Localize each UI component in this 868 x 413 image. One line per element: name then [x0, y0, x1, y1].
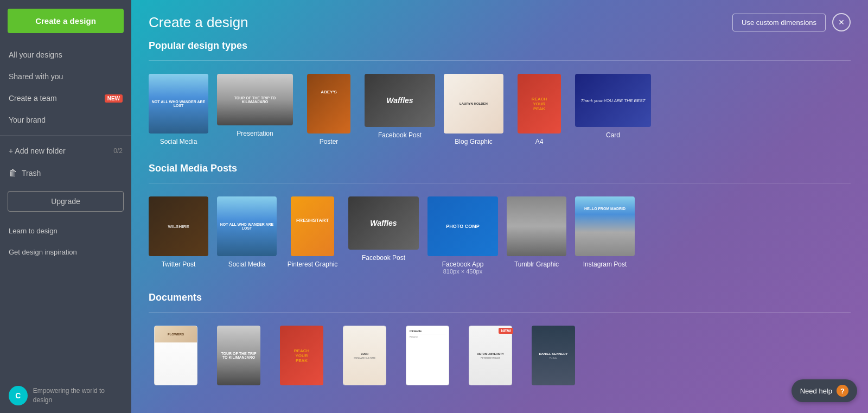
- facebook-post-label: Facebook Post: [378, 131, 422, 139]
- poster-thumb: [307, 74, 350, 134]
- doc6-thumb: HILTON UNIVERSITY PETER REYNOLDS: [469, 326, 512, 385]
- footer-text: Empowering the world to design: [33, 386, 123, 405]
- sidebar-item-trash[interactable]: 🗑 Trash: [0, 162, 131, 185]
- card-facebook-app[interactable]: Facebook App 810px × 450px: [427, 196, 498, 275]
- your-brand-label: Your brand: [9, 116, 46, 124]
- docs-grid: FLOWERS LUSH SKINCARE CULTURE: [149, 326, 851, 390]
- close-button[interactable]: ×: [832, 13, 851, 31]
- help-icon: ?: [837, 385, 848, 397]
- tumblr-thumb: [507, 196, 566, 256]
- card-facebook-post2[interactable]: Facebook Post: [348, 196, 419, 275]
- trash-label: Trash: [22, 169, 41, 177]
- sidebar-item-all-designs[interactable]: All your designs: [0, 44, 131, 66]
- header-right: Use custom dimensions ×: [732, 13, 851, 31]
- sidebar-item-inspiration[interactable]: Get design inspiration: [0, 242, 131, 263]
- doc3-thumb: [280, 326, 323, 385]
- card-card[interactable]: Card: [575, 74, 651, 145]
- card-social-media[interactable]: Social Media: [149, 74, 208, 145]
- learn-label: Learn to design: [9, 227, 58, 235]
- blog-graphic-thumb: [444, 74, 503, 134]
- sidebar-item-add-folder[interactable]: + Add new folder 0/2: [0, 140, 131, 162]
- doc1-thumb: FLOWERS: [154, 326, 197, 385]
- social-media2-thumb: [217, 196, 277, 256]
- card-pinterest[interactable]: Pinterest Graphic: [285, 196, 340, 275]
- custom-dimensions-button[interactable]: Use custom dimensions: [732, 14, 826, 31]
- card-tumblr[interactable]: Tumblr Graphic: [507, 196, 566, 275]
- sidebar-footer: C Empowering the world to design: [0, 378, 131, 413]
- sidebar: Create a design All your designs Shared …: [0, 0, 131, 413]
- trash-icon: 🗑: [9, 168, 17, 178]
- facebook-post2-thumb: [348, 196, 419, 250]
- sidebar-divider: [0, 135, 131, 136]
- canva-logo: C: [9, 386, 28, 405]
- doc7-thumb: DANIEL KENNEDY Portfolio: [532, 326, 575, 385]
- new-badge: NEW: [105, 94, 123, 103]
- card-doc2[interactable]: [212, 326, 266, 390]
- facebook-app-sublabel: 810px × 450px: [443, 268, 482, 275]
- social-divider: [149, 183, 851, 183]
- card-poster[interactable]: Poster: [302, 74, 356, 145]
- card-doc3[interactable]: [275, 326, 329, 390]
- doc5-thumb: thinkable Resume: [406, 326, 449, 385]
- shared-label: Shared with you: [9, 72, 63, 81]
- facebook-app-thumb: [427, 196, 498, 256]
- card-a4[interactable]: A4: [512, 74, 566, 145]
- pinterest-label: Pinterest Graphic: [288, 260, 338, 268]
- sidebar-item-your-brand[interactable]: Your brand: [0, 109, 131, 131]
- social-media-section-title: Social Media Posts: [149, 163, 851, 174]
- card-blog-graphic[interactable]: Blog Graphic: [444, 74, 503, 145]
- social-media2-label: Social Media: [228, 260, 266, 268]
- card-social-media2[interactable]: Social Media: [217, 196, 277, 275]
- create-team-label: Create a team: [9, 94, 57, 103]
- page-title: Create a design: [149, 14, 248, 31]
- a4-label: A4: [535, 138, 544, 145]
- presentation-label: Presentation: [237, 130, 273, 137]
- card-twitter-post[interactable]: Twitter Post: [149, 196, 208, 275]
- doc4-thumb: LUSH SKINCARE CULTURE: [343, 326, 386, 385]
- twitter-post-label: Twitter Post: [162, 260, 196, 268]
- card-label: Card: [606, 131, 620, 139]
- blog-graphic-label: Blog Graphic: [455, 138, 492, 145]
- card-thumb: [575, 74, 651, 127]
- doc2-thumb: [217, 326, 260, 385]
- popular-divider: [149, 60, 851, 61]
- instagram-label: Instagram Post: [583, 260, 627, 268]
- card-doc6[interactable]: HILTON UNIVERSITY PETER REYNOLDS NEW: [463, 326, 518, 390]
- poster-label: Poster: [320, 138, 339, 145]
- folder-count: 0/2: [113, 147, 123, 155]
- all-designs-label: All your designs: [9, 50, 62, 59]
- need-help-button[interactable]: Need help ?: [792, 379, 857, 402]
- card-doc5[interactable]: thinkable Resume: [400, 326, 455, 390]
- main-content: Create a design Use custom dimensions × …: [131, 0, 868, 413]
- documents-section-title: Documents: [149, 292, 851, 303]
- add-folder-label: + Add new folder: [9, 147, 66, 155]
- main-header: Create a design Use custom dimensions ×: [131, 0, 868, 40]
- facebook-post2-label: Facebook Post: [362, 254, 405, 262]
- card-doc7[interactable]: DANIEL KENNEDY Portfolio: [526, 326, 580, 390]
- facebook-post-thumb: [365, 74, 435, 127]
- a4-thumb: [518, 74, 561, 134]
- twitter-post-thumb: [149, 196, 208, 256]
- sidebar-bottom-nav: Learn to design Get design inspiration: [0, 220, 131, 263]
- card-presentation[interactable]: Presentation: [217, 74, 293, 145]
- sidebar-item-create-team[interactable]: Create a team NEW: [0, 87, 131, 109]
- presentation-thumb: [217, 74, 293, 125]
- create-design-button[interactable]: Create a design: [8, 9, 124, 33]
- instagram-thumb: [575, 196, 635, 256]
- pinterest-thumb: [291, 196, 334, 256]
- upgrade-button[interactable]: Upgrade: [8, 191, 124, 212]
- card-facebook-post[interactable]: Facebook Post: [365, 74, 435, 145]
- sidebar-item-shared[interactable]: Shared with you: [0, 66, 131, 87]
- card-doc4[interactable]: LUSH SKINCARE CULTURE: [337, 326, 392, 390]
- card-doc1[interactable]: FLOWERS: [149, 326, 203, 390]
- need-help-label: Need help: [800, 387, 832, 395]
- social-media-section: Social Media Posts Twitter Post Social M…: [131, 163, 868, 292]
- inspiration-label: Get design inspiration: [9, 248, 77, 256]
- popular-grid: Social Media Presentation Poster Faceboo…: [149, 74, 851, 145]
- tumblr-label: Tumblr Graphic: [514, 260, 559, 268]
- sidebar-item-learn[interactable]: Learn to design: [0, 220, 131, 242]
- card-instagram[interactable]: Instagram Post: [575, 196, 635, 275]
- popular-section-title: Popular design types: [149, 40, 851, 52]
- social-media-label: Social Media: [160, 138, 197, 145]
- documents-section: Documents FLOWERS: [131, 292, 868, 407]
